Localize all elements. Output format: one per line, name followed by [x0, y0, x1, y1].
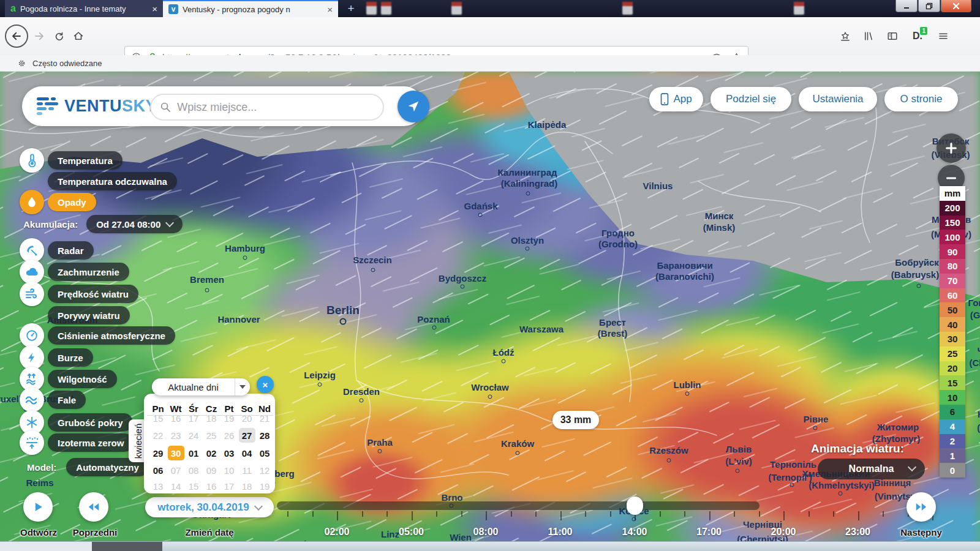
save-to-bookmarks-icon[interactable]: [837, 17, 854, 55]
calendar-preset-select[interactable]: Aktualne dni: [152, 378, 250, 395]
layer-pill[interactable]: Wilgotność: [48, 370, 117, 388]
layer-pill[interactable]: Temperatura odczuwalna: [48, 172, 177, 190]
calendar-day[interactable]: 14: [168, 479, 184, 493]
layer-pill[interactable]: Ciśnienie atmosferyczne: [48, 326, 175, 345]
tab-pogoda-rolnicza[interactable]: a Pogoda rolnicza - Inne tematy ×: [5, 0, 163, 17]
zoom-in-button[interactable]: [937, 133, 966, 163]
cloud-icon[interactable]: [20, 260, 44, 284]
waves-icon[interactable]: [20, 388, 44, 412]
layer-pill[interactable]: Opady: [48, 193, 96, 211]
wind-animation-select[interactable]: Normalna: [818, 459, 925, 479]
layer-item-fale[interactable]: Fale: [20, 388, 86, 412]
timeline-slider-handle[interactable]: [627, 497, 643, 515]
calendar-day[interactable]: 05: [257, 446, 273, 460]
calendar-day[interactable]: 07: [168, 463, 184, 478]
close-tab-icon[interactable]: ×: [327, 5, 333, 14]
separator: [147, 415, 273, 416]
timeline-tick: [709, 511, 710, 520]
bolt-icon[interactable]: [20, 345, 44, 370]
layer-pill[interactable]: Izoterma zerow: [48, 433, 134, 452]
layer-item-prędkość-wiatru[interactable]: Prędkość wiatru: [20, 282, 138, 306]
timeline-tick: [858, 511, 859, 520]
gear-icon[interactable]: [17, 59, 26, 68]
tab-ventusky-active[interactable]: v Ventusky - prognoza pogody n ×: [163, 0, 338, 17]
back-button[interactable]: [5, 17, 28, 55]
calendar-day[interactable]: 18: [239, 479, 255, 493]
layer-item-radar[interactable]: Radar: [20, 238, 94, 263]
scale-stop-50: 50: [940, 302, 965, 317]
calendar-day[interactable]: 11: [239, 463, 255, 478]
accumulation-select[interactable]: Od 27.04 08:00: [86, 215, 183, 233]
calendar-day[interactable]: 23: [168, 428, 184, 443]
reload-button[interactable]: [50, 17, 67, 55]
calendar-day[interactable]: 09: [203, 463, 220, 478]
calendar-day[interactable]: 12: [257, 463, 273, 478]
gauge-icon[interactable]: [20, 323, 44, 348]
calendar-day[interactable]: 03: [221, 446, 238, 460]
date-select[interactable]: wtorek, 30.04.2019: [145, 497, 274, 517]
layer-item-ciśnienie-atmosferyczne[interactable]: Ciśnienie atmosferyczne: [20, 323, 175, 348]
calendar-day[interactable]: 28: [257, 428, 273, 443]
calendar-day[interactable]: 15: [186, 479, 202, 493]
calendar-day[interactable]: 06: [150, 463, 167, 478]
scale-stop-4: 4: [940, 419, 965, 434]
calendar-day[interactable]: 22: [150, 428, 167, 443]
calendar-day[interactable]: 27: [239, 428, 255, 443]
home-button[interactable]: [70, 17, 87, 55]
layer-item-izoterma-zerow[interactable]: Izoterma zerow: [20, 430, 134, 455]
radar-icon[interactable]: [20, 238, 44, 263]
layer-pill[interactable]: Fale: [48, 391, 86, 409]
wind-icon[interactable]: [20, 282, 44, 306]
calendar-day[interactable]: 19: [257, 479, 273, 493]
select-arrow[interactable]: [235, 378, 250, 395]
new-tab-button[interactable]: +: [343, 1, 359, 17]
layer-pill[interactable]: Porywy wiatru: [48, 306, 130, 324]
layer-item-zachmurzenie[interactable]: Zachmurzenie: [20, 260, 129, 284]
library-icon[interactable]: [860, 17, 877, 55]
app-button[interactable]: App: [649, 87, 703, 111]
calendar-day[interactable]: 29: [150, 446, 167, 460]
geolocate-button[interactable]: [398, 91, 429, 122]
restore-button[interactable]: [918, 0, 940, 12]
calendar-day[interactable]: 26: [221, 428, 238, 443]
layer-pill[interactable]: Temperatura: [48, 151, 123, 170]
settings-button[interactable]: Ustawienia: [799, 87, 877, 111]
calendar-day[interactable]: 24: [186, 428, 202, 443]
calendar-day[interactable]: 01: [186, 446, 202, 460]
sidebar-toggle-icon[interactable]: [884, 17, 901, 55]
calendar-day[interactable]: 25: [203, 428, 220, 443]
calendar-day[interactable]: 13: [150, 479, 167, 493]
calendar-day[interactable]: 08: [186, 463, 202, 478]
minimize-button[interactable]: [895, 0, 918, 12]
frequently-visited-label[interactable]: Często odwiedzane: [32, 59, 102, 68]
layer-pill[interactable]: Grubość pokry: [48, 413, 133, 432]
menu-hamburger-icon[interactable]: [935, 17, 952, 55]
timeline-track[interactable]: [277, 501, 760, 510]
calendar-day[interactable]: 10: [221, 463, 238, 478]
calendar-day[interactable]: 04: [239, 446, 255, 460]
extension-icon[interactable]: D. 1: [908, 17, 927, 55]
close-window-button[interactable]: [941, 0, 971, 12]
calendar-day[interactable]: 17: [221, 479, 238, 493]
forward-button[interactable]: [31, 17, 48, 55]
layer-pill[interactable]: Radar: [48, 241, 94, 260]
share-button[interactable]: Podziel się: [710, 87, 791, 111]
isotherm-icon[interactable]: [20, 430, 44, 455]
calendar-day-selected[interactable]: 30: [168, 446, 184, 460]
layer-pill[interactable]: Prędkość wiatru: [48, 285, 138, 303]
previous-button[interactable]: [79, 492, 108, 522]
about-button[interactable]: O stronie: [884, 87, 958, 111]
place-search[interactable]: [150, 94, 384, 121]
close-tab-icon[interactable]: ×: [152, 4, 157, 13]
layer-item-burze[interactable]: Burze: [20, 345, 93, 370]
layer-item-opady[interactable]: Opady: [20, 190, 96, 214]
calendar-day[interactable]: 16: [203, 479, 220, 493]
search-input[interactable]: [176, 100, 374, 114]
layer-pill[interactable]: Zachmurzenie: [48, 263, 129, 281]
next-button[interactable]: [907, 492, 936, 522]
calendar-close-button[interactable]: ×: [257, 376, 274, 393]
layer-pill[interactable]: Burze: [48, 348, 93, 367]
play-button[interactable]: [23, 492, 53, 522]
droplet-icon[interactable]: [20, 190, 44, 214]
calendar-day[interactable]: 02: [203, 446, 220, 460]
